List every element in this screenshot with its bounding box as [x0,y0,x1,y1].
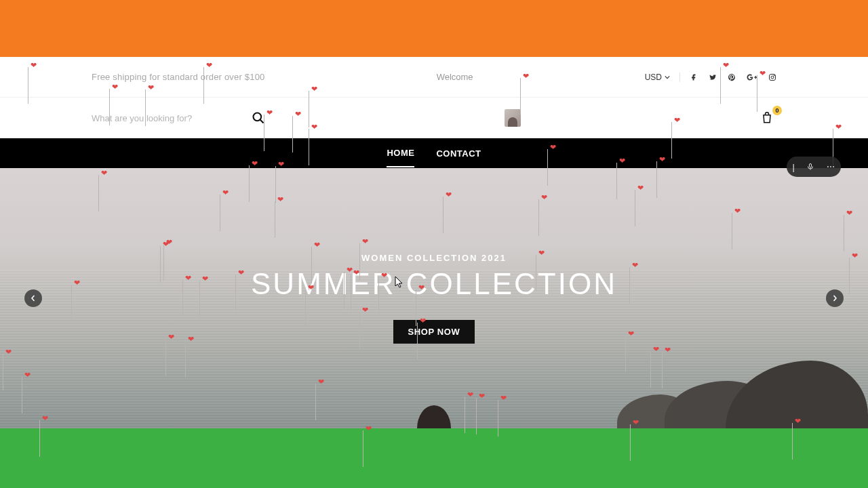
svg-point-3 [254,113,262,121]
cart-button[interactable]: 0 [757,108,776,127]
top-orange-bar [0,0,868,57]
chevron-left-icon [30,295,37,302]
overlay-divider-icon[interactable]: | [792,162,794,172]
site-frame: Free shipping for standard order over $1… [0,57,868,428]
hero-title: SUMMER COLLECTION [251,267,617,301]
separator [679,73,680,82]
instagram-icon[interactable] [768,73,776,81]
slider-prev-button[interactable] [24,289,42,307]
hero-rocks-decoration [610,333,868,428]
currency-selector[interactable]: USD [645,73,670,82]
twitter-icon[interactable] [709,73,717,81]
svg-point-8 [833,166,834,167]
hero-person-decoration [417,405,451,428]
svg-point-6 [827,166,829,167]
midbar: 0 [0,98,868,138]
shipping-message: Free shipping for standard order over $1… [92,72,265,82]
search-button[interactable] [249,108,268,127]
media-overlay-toolbar: | [787,157,841,177]
cart-count-badge: 0 [772,106,782,115]
shop-now-button[interactable]: SHOP NOW [393,320,475,344]
svg-point-2 [774,75,774,75]
nav-home[interactable]: HOME [387,140,414,167]
svg-rect-5 [809,164,811,168]
svg-line-4 [260,120,264,123]
brand-logo[interactable] [505,109,521,127]
facebook-icon[interactable] [690,73,698,81]
topbar: Free shipping for standard order over $1… [0,57,868,98]
google-plus-icon[interactable] [747,73,757,81]
bag-icon [760,111,774,125]
pinterest-icon[interactable] [728,73,736,81]
nav-contact[interactable]: CONTACT [436,140,481,167]
currency-label: USD [645,73,662,82]
more-icon[interactable] [826,162,835,171]
search-icon [252,111,265,125]
mic-icon[interactable] [806,162,814,171]
bottom-green-bar [0,428,868,488]
hero-eyebrow: WOMEN COLLECTION 2021 [361,253,507,263]
chevron-right-icon [831,295,838,302]
hero-slider: WOMEN COLLECTION 2021 SUMMER COLLECTION … [0,168,868,428]
welcome-text: Welcome [437,72,473,82]
svg-point-7 [830,166,831,167]
chevron-down-icon [665,73,670,82]
main-nav: HOME CONTACT [0,138,868,168]
svg-point-1 [771,76,774,79]
slider-next-button[interactable] [826,289,844,307]
search-input[interactable] [92,113,241,123]
